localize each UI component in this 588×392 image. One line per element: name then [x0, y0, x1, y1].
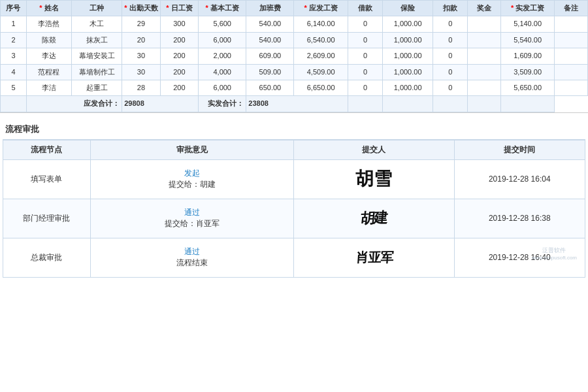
approval-col-opinion: 审批意见 [90, 140, 294, 159]
wage-cell-r3-c9: 1,000.00 [383, 48, 433, 64]
header-row: 序号 * 姓名 工种 * 出勤天数 * 日工资 * 基本工资 加班费 * 应发工… [1, 1, 588, 16]
approval-opinion-detail-2: 提交给：肖亚军 [165, 219, 220, 228]
approval-title: 流程审批 [3, 120, 585, 140]
col-header-note: 备注 [555, 1, 588, 16]
wage-cell-r1-c6: 540.00 [246, 16, 294, 32]
approval-row-2: 部门经理审批通过提交给：肖亚军胡建2019-12-28 16:38 [3, 199, 585, 238]
wage-cell-r5-c9: 1,000.00 [383, 80, 433, 95]
approval-col-time: 提交时间 [454, 140, 585, 159]
wage-cell-r4-c6: 509.00 [246, 64, 294, 80]
approval-opinion-detail-3: 流程结束 [176, 258, 208, 267]
col-header-insurance: 保险 [383, 1, 433, 16]
wage-row-4: 4范程程幕墙制作工302004,000509.004,509.0001,000.… [1, 64, 588, 80]
wage-row-3: 3李达幕墙安装工302002,000609.002,609.0001,000.0… [1, 48, 588, 64]
wage-table-body: 1李浩然木工293005,600540.006,140.0001,000.000… [1, 16, 588, 112]
wage-cell-r5-c8: 0 [348, 80, 382, 95]
wage-cell-r2-c3: 20 [122, 32, 161, 48]
watermark: 泛普软件 www.fanpusoft.com [532, 246, 577, 261]
wage-cell-r3-c11 [468, 48, 501, 64]
wage-cell-r3-c4: 200 [160, 48, 199, 64]
wage-table-header: 序号 * 姓名 工种 * 出勤天数 * 日工资 * 基本工资 加班费 * 应发工… [1, 1, 588, 16]
wage-cell-r3-c0: 3 [1, 48, 27, 64]
wage-cell-r4-c7: 4,509.00 [294, 64, 348, 80]
approval-header-row: 流程节点 审批意见 提交人 提交时间 [3, 140, 585, 159]
wage-table-section: 序号 * 姓名 工种 * 出勤天数 * 日工资 * 基本工资 加班费 * 应发工… [0, 0, 588, 113]
approval-table-header: 流程节点 审批意见 提交人 提交时间 [3, 140, 585, 159]
approval-opinion-detail-1: 提交给：胡建 [169, 180, 216, 189]
summary-actual-label: 实发合计： [199, 96, 246, 112]
col-header-seq: 序号 [1, 1, 27, 16]
wage-cell-r5-c10: 0 [433, 80, 468, 95]
summary-should-label: 应发合计： [26, 96, 122, 112]
col-header-deduction: 扣款 [433, 1, 468, 16]
col-header-bonus: 奖金 [468, 1, 501, 16]
wage-cell-r3-c6: 609.00 [246, 48, 294, 64]
wage-cell-r3-c2: 幕墙安装工 [72, 48, 122, 64]
approval-opinion-status-2[interactable]: 通过 [184, 208, 200, 217]
wage-cell-r1-c1: 李浩然 [26, 16, 71, 32]
approval-signature-1: 胡雪 [294, 159, 454, 199]
wage-cell-r3-c3: 30 [122, 48, 161, 64]
wage-cell-r1-c10: 0 [433, 16, 468, 32]
approval-opinion-status-1[interactable]: 发起 [184, 169, 200, 178]
wage-cell-r4-c10: 0 [433, 64, 468, 80]
wage-cell-r2-c9: 1,000.00 [383, 32, 433, 48]
wage-cell-r3-c5: 2,000 [199, 48, 246, 64]
approval-node-2: 部门经理审批 [3, 199, 91, 238]
wage-row-1: 1李浩然木工293005,600540.006,140.0001,000.000… [1, 16, 588, 32]
wage-cell-r2-c13 [555, 32, 588, 48]
approval-time-1: 2019-12-28 16:04 [454, 159, 585, 199]
wage-cell-r4-c4: 200 [160, 64, 199, 80]
approval-row-1: 填写表单发起提交给：胡建胡雪2019-12-28 16:04 [3, 159, 585, 199]
wage-cell-r3-c10: 0 [433, 48, 468, 64]
approval-opinion-2: 通过提交给：肖亚军 [90, 199, 294, 238]
wage-cell-r3-c12: 1,609.00 [500, 48, 554, 64]
approval-table-body: 填写表单发起提交给：胡建胡雪2019-12-28 16:04部门经理审批通过提交… [3, 159, 585, 277]
col-header-ot: 加班费 [246, 1, 294, 16]
wage-cell-r4-c9: 1,000.00 [383, 64, 433, 80]
wage-cell-r5-c0: 5 [1, 80, 27, 95]
wage-cell-r1-c0: 1 [1, 16, 27, 32]
wage-row-2: 2陈燚抹灰工202006,000540.006,540.0001,000.000… [1, 32, 588, 48]
wage-cell-r5-c4: 200 [160, 80, 199, 95]
col-header-should: * 应发工资 [294, 1, 348, 16]
col-header-name: * 姓名 [26, 1, 71, 16]
wage-cell-r5-c3: 28 [122, 80, 161, 95]
wage-cell-r2-c11 [468, 32, 501, 48]
wage-cell-r4-c2: 幕墙制作工 [72, 64, 122, 80]
wage-cell-r2-c1: 陈燚 [26, 32, 71, 48]
wage-cell-r2-c4: 200 [160, 32, 199, 48]
wage-cell-r5-c2: 起重工 [72, 80, 122, 95]
col-header-job: 工种 [72, 1, 122, 16]
wage-cell-r2-c12: 5,540.00 [500, 32, 554, 48]
wage-cell-r1-c11 [468, 16, 501, 32]
wage-cell-r3-c8: 0 [348, 48, 382, 64]
wage-cell-r2-c0: 2 [1, 32, 27, 48]
wage-cell-r4-c12: 3,509.00 [500, 64, 554, 80]
watermark-area: 2019-12-28 16:40 泛普软件 www.fanpusoft.com [460, 253, 580, 262]
wage-cell-r4-c3: 30 [122, 64, 161, 80]
approval-node-1: 填写表单 [3, 159, 91, 199]
approval-col-submitter: 提交人 [294, 140, 454, 159]
approval-opinion-status-3[interactable]: 通过 [184, 247, 200, 256]
approval-section: 流程审批 流程节点 审批意见 提交人 提交时间 填写表单发起提交给：胡建胡雪20… [0, 120, 588, 278]
wage-cell-r5-c11 [468, 80, 501, 95]
wage-cell-r4-c0: 4 [1, 64, 27, 80]
col-header-actual: * 实发工资 [500, 1, 554, 16]
wage-cell-r2-c7: 6,540.00 [294, 32, 348, 48]
col-header-days: * 出勤天数 [122, 1, 161, 16]
approval-signature-2: 胡建 [294, 199, 454, 238]
approval-opinion-3: 通过流程结束 [90, 238, 294, 277]
wage-cell-r4-c5: 4,000 [199, 64, 246, 80]
wage-cell-r5-c13 [555, 80, 588, 95]
wage-cell-r1-c4: 300 [160, 16, 199, 32]
wage-cell-r5-c12: 5,650.00 [500, 80, 554, 95]
wage-cell-r1-c5: 5,600 [199, 16, 246, 32]
wage-cell-r4-c11 [468, 64, 501, 80]
wage-table: 序号 * 姓名 工种 * 出勤天数 * 日工资 * 基本工资 加班费 * 应发工… [0, 0, 588, 112]
wage-cell-r4-c1: 范程程 [26, 64, 71, 80]
wage-cell-r1-c8: 0 [348, 16, 382, 32]
approval-col-node: 流程节点 [3, 140, 91, 159]
wage-cell-r1-c9: 1,000.00 [383, 16, 433, 32]
wage-cell-r4-c8: 0 [348, 64, 382, 80]
